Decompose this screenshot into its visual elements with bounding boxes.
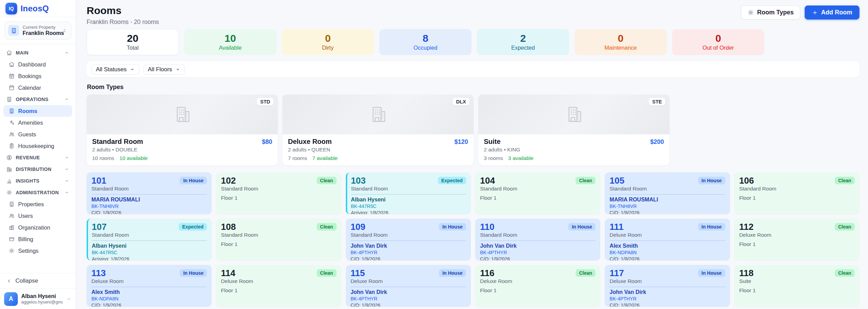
- sidebar-item-amenities[interactable]: Amenities: [3, 117, 72, 128]
- divider: [480, 240, 595, 241]
- room-card-108[interactable]: 108CleanStandard RoomFloor 1: [216, 219, 341, 260]
- room-status-badge: In House: [180, 177, 207, 184]
- property-selector[interactable]: Current Property Franklin Rooms: [4, 21, 71, 40]
- sidebar: IQ IneosQ Current Property Franklin Room…: [0, 0, 76, 309]
- room-type-available: 10 available: [119, 155, 148, 161]
- sidebar-item-dashboard[interactable]: Dashboard: [3, 59, 72, 70]
- divider: [351, 194, 466, 195]
- room-types-button[interactable]: Room Types: [741, 5, 800, 20]
- sidebar-item-settings[interactable]: Settings: [3, 245, 72, 257]
- sidebar-item-organization[interactable]: Organization: [3, 222, 72, 233]
- sidebar-item-properties[interactable]: Properties: [3, 198, 72, 210]
- room-type-image-placeholder: DLX: [282, 95, 474, 134]
- room-card-104[interactable]: 104CleanStandard RoomFloor 1: [475, 172, 600, 214]
- room-date: Arriving: 1/8/2026: [351, 210, 466, 214]
- room-card-118[interactable]: 118CleanSuiteFloor 1: [734, 265, 859, 307]
- room-card-111[interactable]: 111In HouseDeluxe RoomAlex SmithBK-NDPA8…: [605, 219, 730, 260]
- nav-section-distribution[interactable]: DISTRIBUTION: [3, 163, 72, 175]
- guest-name: Alex Smith: [609, 243, 725, 249]
- room-number: 101: [91, 176, 106, 185]
- room-card-116[interactable]: 116CleanDeluxe RoomFloor 1: [475, 265, 600, 307]
- room-date: C/O: 1/9/2026: [91, 210, 207, 214]
- floor-filter-dropdown[interactable]: All Floors: [143, 64, 185, 75]
- room-card-112[interactable]: 112CleanDeluxe RoomFloor 1: [734, 219, 859, 260]
- room-card-117[interactable]: 117In HouseDeluxe RoomJohn Van DirkBK-4P…: [605, 265, 730, 307]
- room-card-110[interactable]: 110In HouseStandard RoomJohn Van DirkBK-…: [475, 219, 600, 260]
- room-status-badge: Clean: [317, 269, 337, 277]
- sidebar-item-rooms[interactable]: Rooms: [3, 105, 72, 117]
- room-status-badge: Expected: [179, 223, 207, 231]
- gear-icon: [6, 189, 12, 196]
- sidebar-item-billing[interactable]: Billing: [3, 233, 72, 245]
- room-type-image-placeholder: STD: [87, 95, 278, 134]
- room-date: C/O: 1/9/2026: [609, 256, 725, 260]
- room-floor: Floor 1: [480, 195, 595, 201]
- room-status-badge: Clean: [835, 223, 855, 231]
- page-title: Rooms: [87, 5, 159, 16]
- credit-card-icon: [9, 236, 15, 242]
- sidebar-item-calendar[interactable]: Calendar: [3, 82, 72, 94]
- room-types-button-label: Room Types: [757, 9, 794, 16]
- collapse-button[interactable]: Collapse: [0, 273, 76, 288]
- room-card-114[interactable]: 114CleanDeluxe RoomFloor 1: [216, 265, 341, 307]
- room-status-badge: In House: [439, 223, 466, 231]
- chevron-down-icon: [64, 155, 70, 160]
- room-type-card-ste[interactable]: STESuite$2002 adults • KING3 rooms3 avai…: [478, 95, 669, 165]
- guest-name: John Van Dirk: [480, 243, 595, 249]
- room-card-105[interactable]: 105In HouseStandard RoomMARIA ROUSMALIBK…: [605, 172, 730, 214]
- sidebar-item-housekeeping[interactable]: Housekeeping: [3, 140, 72, 152]
- room-type-label: Standard Room: [92, 232, 207, 238]
- room-card-115[interactable]: 115In HouseDeluxe RoomJohn Van DirkBK-4P…: [346, 265, 471, 307]
- stats-row: 20Total10Available0Dirty8Occupied2Expect…: [87, 29, 859, 55]
- guest-name: Alban Hyseni: [351, 197, 466, 203]
- sidebar-item-guests[interactable]: Guests: [3, 128, 72, 140]
- booking-code: BK-TNH8VR: [91, 203, 207, 209]
- nav-section-revenue[interactable]: REVENUE: [3, 152, 72, 163]
- status-filter-dropdown[interactable]: All Statuses: [91, 64, 139, 75]
- sidebar-item-label: Properties: [18, 201, 44, 208]
- room-card-113[interactable]: 113In HouseDeluxe RoomAlex SmithBK-NDPA8…: [87, 265, 212, 307]
- booking-code: BK-4PTHYR: [351, 296, 466, 301]
- guest-name: MARIA ROUSMALI: [609, 197, 725, 203]
- stat-card-expected: 2Expected: [477, 29, 569, 55]
- room-card-102[interactable]: 102CleanStandard RoomFloor 1: [216, 172, 341, 214]
- nav-section-label: INSIGHTS: [16, 178, 39, 184]
- stat-value: 0: [618, 33, 624, 44]
- add-room-button[interactable]: Add Room: [805, 5, 859, 20]
- nav-section-administration[interactable]: ADMINISTRATION: [3, 187, 72, 198]
- room-card-109[interactable]: 109In HouseStandard RoomJohn Van DirkBK-…: [346, 219, 471, 260]
- room-type-card-dlx[interactable]: DLXDeluxe Room$1202 adults • QUEEN7 room…: [282, 95, 474, 165]
- booking-code: BK-4PTHYR: [351, 250, 466, 255]
- nav-section-insights[interactable]: INSIGHTS: [3, 175, 72, 187]
- room-type-available: 3 available: [508, 155, 533, 161]
- org-icon: [9, 224, 15, 231]
- add-room-button-label: Add Room: [821, 9, 852, 16]
- user-menu[interactable]: A Alban Hyseni aggelos.hyseni@gmail.c...: [0, 288, 76, 309]
- nav-section-operations[interactable]: OPERATIONS: [3, 94, 72, 105]
- room-card-106[interactable]: 106CleanStandard RoomFloor 1: [734, 172, 859, 214]
- chevron-left-icon: [6, 278, 12, 284]
- plus-icon: [812, 10, 818, 16]
- room-date: C/O: 1/9/2026: [351, 302, 466, 307]
- guest-name: Alex Smith: [91, 289, 207, 295]
- sidebar-item-bookings[interactable]: Bookings: [3, 70, 72, 82]
- room-card-101[interactable]: 101In HouseStandard RoomMARIA ROUSMALIBK…: [87, 172, 212, 214]
- gear-icon: [747, 9, 754, 16]
- booking-code: BK-4PTHYR: [609, 296, 725, 301]
- clipboard-icon: [9, 143, 15, 149]
- room-status-badge: Clean: [317, 177, 337, 184]
- room-status-badge: Clean: [835, 177, 855, 184]
- page-subtitle: Franklin Rooms - 20 rooms: [87, 18, 159, 26]
- building-icon: [562, 102, 586, 127]
- chevron-down-icon: [64, 166, 70, 172]
- room-status-badge: Clean: [835, 269, 855, 277]
- room-card-103[interactable]: 103ExpectedStandard RoomAlban HyseniBK-4…: [346, 172, 471, 214]
- nav-section-main[interactable]: MAIN: [3, 47, 72, 59]
- room-type-label: Deluxe Room: [91, 278, 207, 284]
- sidebar-item-label: Amenities: [18, 120, 43, 126]
- sidebar-item-users[interactable]: Users: [3, 210, 72, 222]
- room-type-card-std[interactable]: STDStandard Room$802 adults • DOUBLE10 r…: [87, 95, 278, 165]
- guest-name: John Van Dirk: [351, 243, 466, 249]
- room-number: 110: [480, 222, 494, 232]
- room-card-107[interactable]: 107ExpectedStandard RoomAlban HyseniBK-4…: [87, 219, 212, 260]
